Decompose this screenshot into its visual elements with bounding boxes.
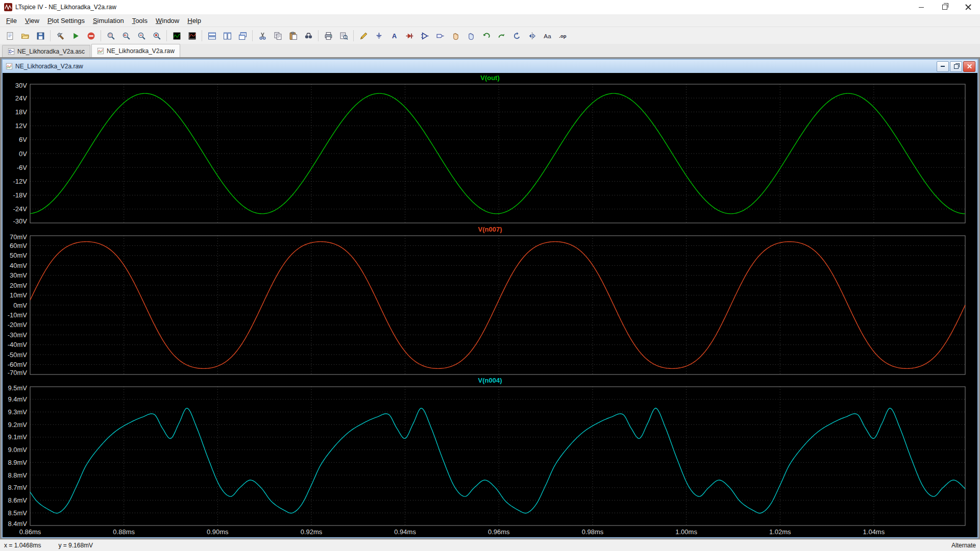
trace-label-n007[interactable]: V(n007): [3, 224, 977, 234]
find-icon: [304, 32, 313, 40]
save-button[interactable]: [33, 28, 48, 43]
cascade-windows-button[interactable]: [235, 28, 250, 43]
child-close-button[interactable]: [963, 61, 975, 72]
undo-button[interactable]: [478, 28, 494, 43]
tile-vertically-button[interactable]: [219, 28, 235, 43]
copy-icon: [274, 32, 282, 40]
cursor-x-readout: x = 1.0468ms: [4, 542, 41, 549]
zoom-back-button[interactable]: [118, 28, 134, 43]
tab-schematic[interactable]: NE_Likhoradka_V2a.asc: [2, 45, 90, 57]
spice-directive-button[interactable]: .op: [555, 28, 570, 43]
place-component-button[interactable]: [417, 28, 432, 43]
zoom-full-extents-button[interactable]: [149, 28, 164, 43]
menu-help[interactable]: Help: [183, 15, 205, 26]
ltspice-app-icon[interactable]: [4, 3, 12, 11]
menu-window[interactable]: Window: [152, 15, 183, 26]
y-tick-label: -60mV: [8, 361, 28, 368]
move-button[interactable]: [448, 28, 463, 43]
waveform-window: NE_Likhoradka_V2a.raw V(out) 30V24V18V12…: [2, 59, 978, 538]
cut-icon: [258, 32, 267, 40]
place-port-button[interactable]: [432, 28, 448, 43]
menu-simulation[interactable]: Simulation: [89, 15, 128, 26]
y-tick-label: -30V: [13, 217, 28, 224]
redo-button[interactable]: [494, 28, 509, 43]
place-net-label-button[interactable]: A: [386, 28, 402, 43]
zoom-area-button[interactable]: [103, 28, 118, 43]
menu-file[interactable]: File: [2, 15, 21, 26]
trace-label-vout[interactable]: V(out): [3, 73, 977, 83]
y-tick-label: -50mV: [8, 350, 28, 358]
waveform-window-title: NE_Likhoradka_V2a.raw: [15, 63, 83, 70]
x-tick-label: 0.90ms: [207, 528, 229, 536]
menu-tools[interactable]: Tools: [128, 15, 152, 26]
y-tick-label: 8.4mV: [8, 520, 27, 527]
find-button[interactable]: [301, 28, 316, 43]
draw-wire-button[interactable]: [356, 28, 371, 43]
tab-waveform[interactable]: NE_Likhoradka_V2a.raw: [91, 44, 180, 57]
trace-label-n004[interactable]: V(n004): [3, 375, 977, 385]
y-tick-label: 8.5mV: [8, 509, 27, 517]
plot-settings-button[interactable]: [184, 28, 200, 43]
zoom-out-button[interactable]: [134, 28, 149, 43]
y-tick-label: 9.1mV: [8, 434, 27, 441]
menu-bar: File View Plot Settings Simulation Tools…: [0, 14, 980, 27]
tile-vertically-icon: [223, 32, 232, 40]
run-button[interactable]: [68, 28, 83, 43]
drag-button[interactable]: [463, 28, 478, 43]
waveform-window-titlebar[interactable]: NE_Likhoradka_V2a.raw: [3, 60, 977, 73]
plot-canvas-vout[interactable]: 30V24V18V12V6V0V-6V-12V-18V-24V-30V: [3, 83, 977, 224]
y-tick-label: 8.9mV: [8, 459, 27, 466]
open-icon: [21, 32, 30, 40]
x-tick-label: 1.00ms: [675, 528, 697, 536]
minimize-button[interactable]: [910, 0, 933, 14]
print-preview-button[interactable]: [336, 28, 351, 43]
print-preview-icon: [339, 32, 348, 40]
halt-button[interactable]: [83, 28, 99, 43]
y-tick-label: 30V: [15, 83, 27, 89]
window-titlebar[interactable]: LTspice IV - NE_Likhoradka_V2a.raw: [0, 0, 980, 15]
cascade-windows-icon: [238, 32, 247, 40]
mirror-button[interactable]: [524, 28, 540, 43]
autorange-y-button[interactable]: [169, 28, 184, 43]
rotate-icon: [512, 32, 521, 40]
copy-button[interactable]: [270, 28, 285, 43]
y-tick-label: -6V: [17, 164, 28, 171]
menu-view[interactable]: View: [21, 15, 43, 26]
child-restore-button[interactable]: [950, 61, 962, 72]
paste-icon: [289, 32, 298, 40]
open-button[interactable]: [17, 28, 33, 43]
paste-button[interactable]: [285, 28, 301, 43]
child-minimize-button[interactable]: [937, 61, 949, 72]
y-tick-label: 9.2mV: [8, 421, 27, 429]
y-tick-label: -24V: [13, 205, 28, 213]
place-diode-button[interactable]: [402, 28, 417, 43]
tile-horizontally-button[interactable]: [204, 28, 219, 43]
document-tab-bar: NE_Likhoradka_V2a.asc NE_Likhoradka_V2a.…: [0, 44, 980, 58]
plot-canvas-n004[interactable]: 9.5mV9.4mV9.3mV9.2mV9.1mV9.0mV8.9mV8.8mV…: [3, 385, 977, 527]
redo-icon: [497, 32, 506, 40]
plot-canvas-n007[interactable]: 70mV60mV50mV40mV30mV20mV10mV0mV-10mV-20m…: [3, 234, 977, 376]
plot-pane-n004: V(n004) 9.5mV9.4mV9.3mV9.2mV9.1mV9.0mV8.…: [3, 375, 977, 527]
y-tick-label: 70mV: [10, 234, 27, 241]
mdi-workspace: NE_Likhoradka_V2a.raw V(out) 30V24V18V12…: [0, 57, 980, 540]
menu-plot-settings[interactable]: Plot Settings: [43, 15, 89, 26]
new-schematic-button[interactable]: [2, 28, 17, 43]
waveform-window-icon[interactable]: [6, 63, 13, 70]
cut-button[interactable]: [255, 28, 270, 43]
new-schematic-icon: [6, 32, 14, 40]
y-tick-label: 8.6mV: [8, 496, 27, 504]
close-button[interactable]: [957, 0, 980, 14]
spice-directive-icon: .op: [558, 32, 567, 40]
print-icon: [324, 32, 333, 40]
trace-n004[interactable]: [30, 408, 965, 513]
control-panel-button[interactable]: [53, 28, 68, 43]
restore-icon: [942, 5, 947, 10]
zoom-back-icon: [122, 32, 131, 40]
rotate-button[interactable]: [509, 28, 524, 43]
add-text-button[interactable]: Aa: [540, 28, 555, 43]
plot-settings-icon: [188, 32, 197, 40]
restore-button[interactable]: [933, 0, 957, 14]
print-button[interactable]: [321, 28, 336, 43]
zoom-area-icon: [107, 32, 115, 40]
place-ground-button[interactable]: [371, 28, 386, 43]
